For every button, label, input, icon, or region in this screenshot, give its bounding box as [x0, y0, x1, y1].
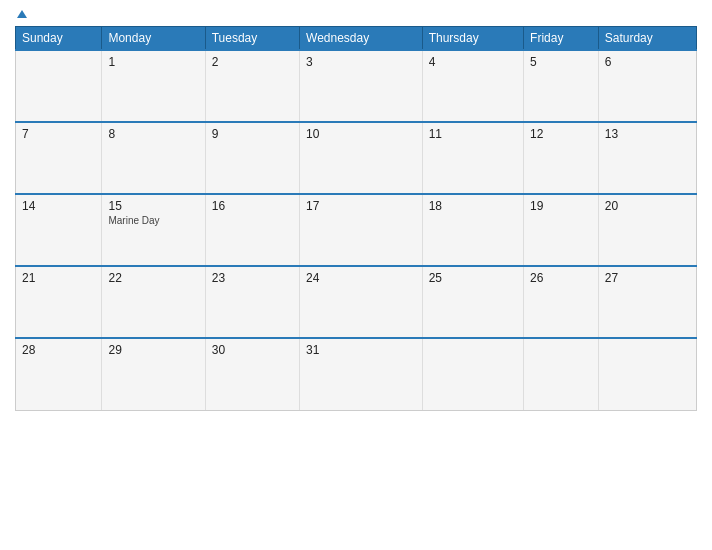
day-number: 12 [530, 127, 592, 141]
calendar-cell: 24 [300, 266, 423, 338]
calendar-cell: 1 [102, 50, 205, 122]
calendar-cell: 25 [422, 266, 523, 338]
day-number: 5 [530, 55, 592, 69]
day-number: 7 [22, 127, 95, 141]
calendar-cell: 9 [205, 122, 299, 194]
day-number: 9 [212, 127, 293, 141]
calendar-cell: 16 [205, 194, 299, 266]
calendar-cell: 21 [16, 266, 102, 338]
day-header-friday: Friday [524, 27, 599, 51]
day-number: 8 [108, 127, 198, 141]
day-header-sunday: Sunday [16, 27, 102, 51]
calendar-table: SundayMondayTuesdayWednesdayThursdayFrid… [15, 26, 697, 411]
calendar-cell: 10 [300, 122, 423, 194]
week-row-1: 123456 [16, 50, 697, 122]
day-number: 27 [605, 271, 690, 285]
day-number: 31 [306, 343, 416, 357]
day-header-tuesday: Tuesday [205, 27, 299, 51]
calendar-cell: 15Marine Day [102, 194, 205, 266]
week-row-5: 28293031 [16, 338, 697, 410]
calendar-cell: 22 [102, 266, 205, 338]
calendar-cell: 23 [205, 266, 299, 338]
day-number: 4 [429, 55, 517, 69]
calendar-cell: 18 [422, 194, 523, 266]
week-row-2: 78910111213 [16, 122, 697, 194]
day-number: 3 [306, 55, 416, 69]
calendar-cell: 17 [300, 194, 423, 266]
day-number: 6 [605, 55, 690, 69]
calendar-cell: 4 [422, 50, 523, 122]
day-header-thursday: Thursday [422, 27, 523, 51]
calendar-cell: 28 [16, 338, 102, 410]
day-number: 26 [530, 271, 592, 285]
calendar-cell: 27 [598, 266, 696, 338]
calendar-cell [598, 338, 696, 410]
calendar-cell: 5 [524, 50, 599, 122]
calendar-cell: 31 [300, 338, 423, 410]
holiday-label: Marine Day [108, 215, 198, 226]
day-header-saturday: Saturday [598, 27, 696, 51]
day-number: 17 [306, 199, 416, 213]
day-number: 28 [22, 343, 95, 357]
calendar-page: SundayMondayTuesdayWednesdayThursdayFrid… [0, 0, 712, 550]
calendar-cell [16, 50, 102, 122]
logo-triangle-icon [17, 10, 27, 18]
calendar-cell: 26 [524, 266, 599, 338]
day-number: 21 [22, 271, 95, 285]
week-row-4: 21222324252627 [16, 266, 697, 338]
calendar-cell [422, 338, 523, 410]
day-number: 14 [22, 199, 95, 213]
logo [15, 10, 27, 18]
calendar-cell: 8 [102, 122, 205, 194]
day-number: 11 [429, 127, 517, 141]
day-header-wednesday: Wednesday [300, 27, 423, 51]
day-number: 24 [306, 271, 416, 285]
days-header-row: SundayMondayTuesdayWednesdayThursdayFrid… [16, 27, 697, 51]
calendar-cell: 2 [205, 50, 299, 122]
day-number: 10 [306, 127, 416, 141]
day-number: 23 [212, 271, 293, 285]
calendar-cell: 11 [422, 122, 523, 194]
week-row-3: 1415Marine Day1617181920 [16, 194, 697, 266]
calendar-cell: 14 [16, 194, 102, 266]
day-number: 18 [429, 199, 517, 213]
calendar-cell [524, 338, 599, 410]
calendar-cell: 19 [524, 194, 599, 266]
day-number: 2 [212, 55, 293, 69]
calendar-cell: 30 [205, 338, 299, 410]
calendar-cell: 6 [598, 50, 696, 122]
calendar-cell: 29 [102, 338, 205, 410]
calendar-cell: 12 [524, 122, 599, 194]
day-number: 20 [605, 199, 690, 213]
day-number: 19 [530, 199, 592, 213]
calendar-cell: 3 [300, 50, 423, 122]
day-header-monday: Monday [102, 27, 205, 51]
day-number: 25 [429, 271, 517, 285]
day-number: 22 [108, 271, 198, 285]
day-number: 16 [212, 199, 293, 213]
day-number: 13 [605, 127, 690, 141]
day-number: 15 [108, 199, 198, 213]
day-number: 29 [108, 343, 198, 357]
calendar-cell: 7 [16, 122, 102, 194]
day-number: 30 [212, 343, 293, 357]
calendar-cell: 20 [598, 194, 696, 266]
calendar-cell: 13 [598, 122, 696, 194]
header [15, 10, 697, 18]
day-number: 1 [108, 55, 198, 69]
